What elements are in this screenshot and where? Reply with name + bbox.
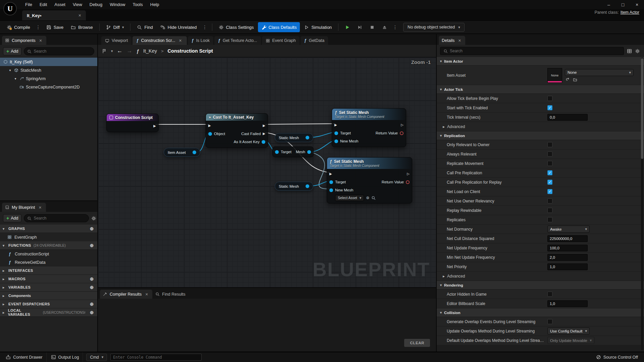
section-interfaces[interactable]: ▸ INTERFACES: [0, 266, 97, 275]
exec-in-pin[interactable]: ▶: [329, 172, 332, 176]
details-search-input[interactable]: [450, 49, 621, 53]
compiler-tab-close-icon[interactable]: ×: [144, 292, 149, 297]
node-set-static-mesh-top[interactable]: ƒSet Static Mesh Target is Static Mesh C…: [332, 108, 406, 147]
select-asset-dropdown[interactable]: Select Asset ▾: [335, 195, 364, 201]
advanced-expander-replication[interactable]: ▸Advanced: [437, 272, 644, 281]
exec-out-pin[interactable]: ▷: [401, 123, 404, 127]
section-components-category[interactable]: ▸ Components: [0, 292, 97, 300]
section-variables[interactable]: ▸ VARIABLES ⊕: [0, 283, 97, 292]
target-in-pin[interactable]: [275, 150, 279, 154]
compile-options-kebab-icon[interactable]: ⋮: [34, 24, 42, 30]
exec-out-pin[interactable]: ▶: [263, 124, 265, 127]
graph-canvas[interactable]: Zoom -1 Construction Script: [98, 57, 436, 287]
checkbox-only-relevant[interactable]: ✓: [547, 142, 552, 147]
net-dormancy-dropdown[interactable]: Awake▾: [547, 226, 590, 233]
exec-out-pin[interactable]: ▶: [153, 124, 156, 128]
my-blueprint-search-input[interactable]: [34, 216, 86, 221]
node-cast-to-it-asset-key[interactable]: » Cast To It_Asset_Key ▶ ▶ Object Cast F…: [206, 113, 268, 148]
asset-search-icon[interactable]: [371, 196, 376, 200]
section-replication[interactable]: ▾Replication: [437, 131, 644, 140]
nav-back-icon[interactable]: ←: [117, 48, 123, 54]
use-selected-asset-icon[interactable]: [566, 77, 570, 82]
return-value-pin[interactable]: [400, 131, 404, 135]
my-blueprint-settings-gear-icon[interactable]: [91, 216, 96, 221]
section-graphs[interactable]: ▾ GRAPHS ⊕: [0, 225, 97, 233]
compile-button[interactable]: Compile: [3, 22, 34, 32]
tab-close-icon[interactable]: ×: [178, 38, 183, 43]
nav-forward-icon[interactable]: →: [127, 48, 132, 54]
checkbox-allow-tick[interactable]: ✓: [547, 96, 552, 101]
bookmark-chevron-icon[interactable]: ▾: [111, 49, 113, 53]
net-cull-input[interactable]: [547, 235, 588, 242]
cmd-dropdown[interactable]: Cmd ▾: [86, 354, 107, 361]
browse-button[interactable]: Browse: [67, 22, 96, 32]
update-overlaps-method-dropdown[interactable]: Use Config Default▾: [547, 327, 590, 335]
menu-file[interactable]: File: [21, 0, 36, 9]
tab-event-graph[interactable]: Event Graph: [262, 36, 300, 45]
section-rendering[interactable]: ▾Rendering: [437, 281, 644, 290]
debug-object-dropdown[interactable]: No debug object selected ▾: [403, 23, 465, 32]
checkbox-call-pre-replication-replay[interactable]: ✓: [547, 180, 552, 185]
breadcrumb-root[interactable]: It_Key: [143, 48, 157, 54]
section-macros[interactable]: ▸ MACROS ⊕: [0, 275, 97, 283]
expander-icon[interactable]: ▾: [8, 68, 12, 72]
menu-tools[interactable]: Tools: [129, 0, 146, 9]
menu-edit[interactable]: Edit: [36, 0, 51, 9]
add-event-dispatcher-icon[interactable]: ⊕: [90, 302, 94, 306]
components-tab[interactable]: Components ×: [2, 36, 46, 45]
menu-help[interactable]: Help: [147, 0, 163, 9]
section-local-variables[interactable]: ▸ LOCAL VARIABLES (USERCONSTRUCTIONSCRI …: [0, 308, 97, 317]
exec-in-pin[interactable]: ▶: [334, 123, 337, 127]
menu-window[interactable]: Window: [106, 0, 129, 9]
details-tab-close-icon[interactable]: ×: [457, 38, 462, 43]
checkbox-start-tick[interactable]: ✓: [547, 105, 552, 110]
checkbox-replay-rewindable[interactable]: ✓: [547, 208, 552, 213]
section-actor-tick[interactable]: ▾Actor Tick: [437, 85, 644, 94]
class-settings-button[interactable]: Class Settings: [215, 22, 257, 32]
maximize-button[interactable]: □: [616, 0, 630, 9]
details-settings-gear-icon[interactable]: [635, 49, 640, 54]
new-mesh-in-pin[interactable]: [329, 188, 333, 192]
hide-unrelated-button[interactable]: Hide Unrelated: [157, 22, 200, 32]
plus-circle-icon[interactable]: ⊕: [366, 195, 369, 200]
add-component-button[interactable]: + Add: [3, 47, 21, 55]
exec-in-pin[interactable]: ▶: [208, 124, 211, 127]
save-button[interactable]: Save: [43, 22, 67, 32]
tab-construction-script[interactable]: ƒ Construction Scr... ×: [132, 36, 186, 45]
clear-button[interactable]: CLEAR: [404, 339, 430, 347]
checkbox-net-load-on-client[interactable]: ✓: [547, 189, 552, 194]
target-in-pin[interactable]: [329, 180, 333, 184]
components-tab-close-icon[interactable]: ×: [38, 38, 43, 43]
details-search[interactable]: [440, 47, 624, 55]
net-priority-input[interactable]: [547, 263, 588, 270]
my-blueprint-search[interactable]: [24, 214, 89, 222]
tab-is-look[interactable]: ƒ Is Look: [188, 36, 213, 45]
node-get-mesh[interactable]: Target Mesh: [272, 146, 314, 157]
menu-asset[interactable]: Asset: [51, 0, 69, 9]
item-asset-out-pin[interactable]: [193, 150, 196, 154]
play-options-kebab-icon[interactable]: ⋮: [391, 24, 399, 30]
scrollbar-thumb[interactable]: [641, 58, 643, 159]
compiler-results-tab[interactable]: Compiler Results ×: [100, 290, 152, 299]
tree-item-it-key-self[interactable]: It_Key (Self): [0, 58, 97, 66]
mesh-out-pin[interactable]: [307, 150, 311, 154]
target-in-pin[interactable]: [334, 131, 338, 135]
find-results-tab[interactable]: Find Results: [152, 290, 188, 299]
components-search-input[interactable]: [34, 49, 91, 54]
asset-tab-close-icon[interactable]: ×: [77, 13, 83, 18]
tree-item-scenecapture[interactable]: SceneCaptureComponent2D: [0, 83, 97, 91]
hide-unrelated-kebab-icon[interactable]: ⋮: [201, 24, 209, 30]
details-tab[interactable]: Details ×: [439, 36, 465, 45]
static-mesh-out-pin[interactable]: [306, 136, 309, 139]
object-pin[interactable]: [208, 132, 212, 136]
exec-out-pin[interactable]: ▷: [407, 172, 410, 176]
components-search[interactable]: [24, 47, 94, 55]
minimize-button[interactable]: –: [602, 0, 616, 9]
stop-button[interactable]: [366, 22, 378, 32]
close-button[interactable]: ×: [630, 0, 644, 9]
simulation-button[interactable]: Simulation: [301, 22, 335, 32]
breadcrumb-current[interactable]: Construction Script: [168, 48, 213, 54]
output-log-button[interactable]: Output Log: [47, 352, 83, 362]
net-update-frequency-input[interactable]: [547, 245, 588, 251]
section-item-actor[interactable]: ▾Item Actor: [437, 57, 644, 66]
